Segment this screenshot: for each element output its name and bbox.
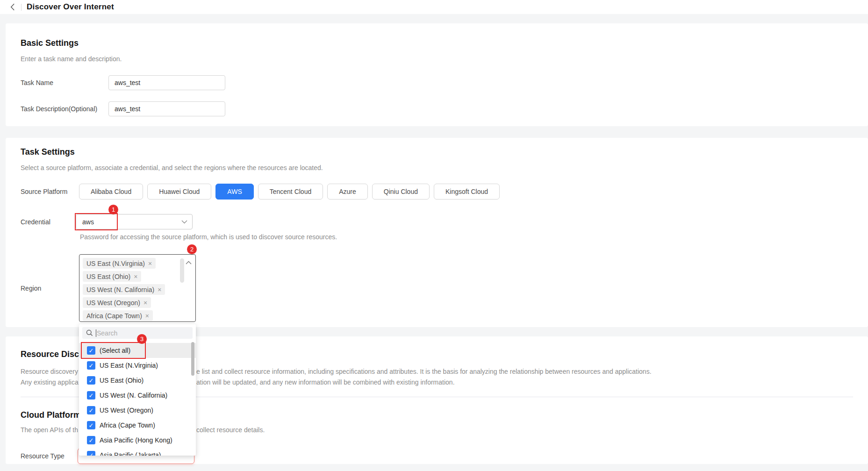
platform-button-tencent-cloud[interactable]: Tencent Cloud <box>258 184 323 200</box>
chevron-left-icon <box>10 3 15 11</box>
basic-settings-title: Basic Settings <box>21 38 853 48</box>
checkbox-checked-icon[interactable]: ✓ <box>87 421 95 429</box>
region-option-list: ✓ (Select all) ✓ US East (N.Virginia) ✓ … <box>79 343 196 456</box>
region-box-scrollbar[interactable] <box>180 258 184 283</box>
region-tag-us-west-n-california: US West (N. California)× <box>83 284 165 295</box>
source-platform-options: Alibaba CloudHuawei CloudAWSTencent Clou… <box>79 184 500 200</box>
annotation-badge-step2: 2 <box>187 244 197 254</box>
resource-discovery-text2-right: ation will be updated, and any new infor… <box>196 378 455 386</box>
credential-value: aws <box>82 218 94 226</box>
dropdown-scrollbar[interactable] <box>191 342 194 376</box>
source-platform-label: Source Platform <box>21 188 79 195</box>
region-label: Region <box>21 285 79 292</box>
cloud-platform-text-right: collect resource details. <box>196 426 265 434</box>
task-name-label: Task Name <box>21 79 108 86</box>
region-selected-tags: US East (N.Virginia)×US East (Ohio)×US W… <box>83 258 181 321</box>
resource-discovery-text-left: Resource discovery <box>21 368 78 375</box>
region-option-us-east-n-virginia[interactable]: ✓ US East (N.Virginia) <box>79 358 196 373</box>
checkbox-checked-icon[interactable]: ✓ <box>87 346 95 355</box>
search-placeholder: Search <box>97 329 117 337</box>
annotation-badge-step1: 1 <box>108 205 118 214</box>
title-divider <box>21 4 22 11</box>
platform-button-qiniu-cloud[interactable]: Qiniu Cloud <box>372 184 430 200</box>
platform-button-aws[interactable]: AWS <box>215 184 253 200</box>
region-dropdown: Search ✓ (Select all) ✓ US East (N.Virgi… <box>79 324 196 456</box>
chevron-up-icon[interactable] <box>186 261 192 264</box>
task-name-input[interactable] <box>108 75 225 90</box>
page-title: Discover Over Internet <box>27 2 114 12</box>
region-tag-us-east-ohio: US East (Ohio)× <box>83 271 141 282</box>
basic-settings-description: Enter a task name and description. <box>21 55 853 63</box>
resource-type-label: Resource Type <box>21 452 79 460</box>
checkbox-checked-icon[interactable]: ✓ <box>87 376 95 385</box>
basic-settings-card: Basic Settings Enter a task name and des… <box>6 23 868 126</box>
remove-tag-icon[interactable]: × <box>148 260 152 267</box>
search-icon <box>86 329 93 336</box>
region-option-select-all[interactable]: ✓ (Select all) <box>79 343 196 358</box>
chevron-down-icon <box>181 220 187 224</box>
remove-tag-icon[interactable]: × <box>134 273 137 280</box>
region-tag-us-west-oregon: US West (Oregon)× <box>83 297 151 308</box>
platform-button-kingsoft-cloud[interactable]: Kingsoft Cloud <box>434 184 500 200</box>
resource-discovery-text-right: e list and collect resource information,… <box>196 368 652 375</box>
platform-button-azure[interactable]: Azure <box>327 184 368 200</box>
region-option-africa-cape-town[interactable]: ✓ Africa (Cape Town) <box>79 418 196 433</box>
top-bar: Discover Over Internet <box>0 0 868 14</box>
region-tag-us-east-n-virginia: US East (N.Virginia)× <box>83 258 156 269</box>
region-option-asia-pacific-jakarta[interactable]: ✓ Asia Pacific (Jakarta) <box>79 448 196 456</box>
credential-label: Credential <box>21 218 79 226</box>
checkbox-checked-icon[interactable]: ✓ <box>87 451 95 456</box>
checkbox-checked-icon[interactable]: ✓ <box>87 391 95 400</box>
remove-tag-icon[interactable]: × <box>145 313 149 319</box>
region-multiselect[interactable]: US East (N.Virginia)×US East (Ohio)×US W… <box>79 254 196 322</box>
back-button[interactable] <box>7 2 18 12</box>
text-cursor <box>96 329 96 337</box>
remove-tag-icon[interactable]: × <box>158 286 161 293</box>
checkbox-checked-icon[interactable]: ✓ <box>87 361 95 370</box>
credential-help-text: Password for accessing the source platfo… <box>80 233 853 241</box>
region-option-us-west-oregon[interactable]: ✓ US West (Oregon) <box>79 403 196 418</box>
task-description-label: Task Description(Optional) <box>21 105 108 113</box>
checkbox-checked-icon[interactable]: ✓ <box>87 406 95 414</box>
checkbox-checked-icon[interactable]: ✓ <box>87 436 95 444</box>
region-option-us-west-n-california[interactable]: ✓ US West (N. California) <box>79 388 196 403</box>
platform-button-alibaba-cloud[interactable]: Alibaba Cloud <box>79 184 143 200</box>
platform-button-huawei-cloud[interactable]: Huawei Cloud <box>147 184 211 200</box>
task-settings-title: Task Settings <box>21 147 853 157</box>
cloud-platform-text-left: The open APIs of th <box>21 426 78 434</box>
remove-tag-icon[interactable]: × <box>143 300 147 306</box>
region-option-asia-pacific-hong-kong[interactable]: ✓ Asia Pacific (Hong Kong) <box>79 433 196 448</box>
task-settings-description: Select a source platform, associate a cr… <box>21 164 853 171</box>
annotation-badge-step3: 3 <box>137 334 147 344</box>
resource-discovery-text2-left: Any existing applica <box>21 378 79 386</box>
region-tag-africa-cape-town: Africa (Cape Town)× <box>83 310 153 321</box>
task-description-input[interactable] <box>108 101 225 116</box>
region-option-us-east-ohio[interactable]: ✓ US East (Ohio) <box>79 373 196 388</box>
credential-select[interactable]: aws <box>76 214 193 229</box>
task-settings-card: Task Settings Select a source platform, … <box>6 138 868 327</box>
